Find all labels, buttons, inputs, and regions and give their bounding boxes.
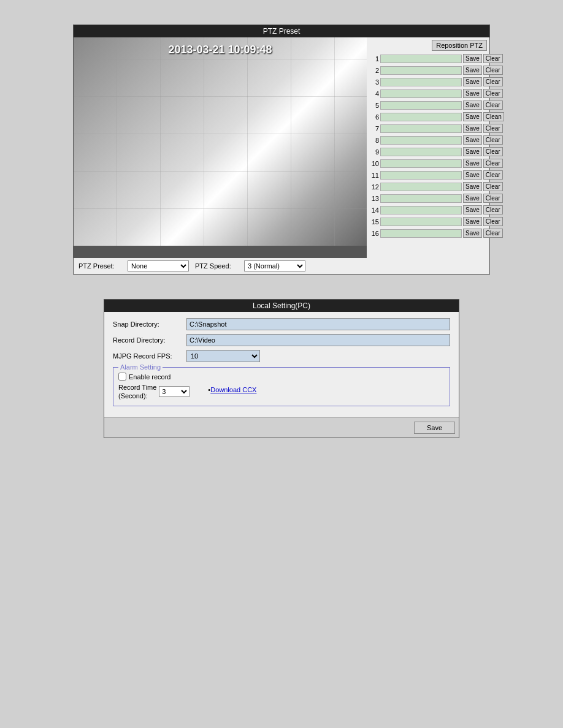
preset-save-13[interactable]: Save (463, 194, 482, 203)
preset-row-12: 12 Save Clear (369, 181, 487, 192)
preset-row-7: 7 Save Clear (369, 123, 487, 134)
preset-row-3: 3 Save Clear (369, 77, 487, 87)
preset-input-10[interactable] (380, 159, 462, 168)
alarm-legend: Alarm Setting (118, 363, 163, 371)
ptz-preset-select[interactable]: None 12345 (128, 260, 189, 271)
snap-dir-label: Snap Directory: (113, 320, 186, 328)
mjpg-fps-select[interactable]: 5 10 15 20 25 30 (186, 350, 260, 362)
preset-save-4[interactable]: Save (463, 89, 482, 98)
preset-clear-15[interactable]: Clear (483, 217, 503, 226)
enable-record-row: Enable record (118, 373, 190, 381)
preset-input-14[interactable] (380, 206, 462, 214)
ptz-bottom-controls: PTZ Preset: None 12345 PTZ Speed: 1 (Slo… (74, 258, 367, 274)
preset-row-10: 10 Save Clear (369, 158, 487, 169)
record-dir-label: Record Directory: (113, 336, 186, 344)
mjpg-label: MJPG Record FPS: (113, 352, 186, 360)
preset-save-5[interactable]: Save (463, 100, 482, 110)
ptz-content: 2013-03-21 10:09:48 PTZ Preset: None 123… (74, 37, 489, 274)
alarm-right: • Download CCX (208, 373, 256, 401)
ptz-video-feed: 2013-03-21 10:09:48 (74, 37, 367, 246)
preset-row-8: 8 Save Clear (369, 135, 487, 145)
record-time-select[interactable]: 1 2 3 5 10 (159, 386, 190, 397)
preset-save-2[interactable]: Save (463, 66, 482, 75)
reposition-ptz-button[interactable]: Reposition PTZ (432, 40, 487, 51)
preset-clear-9[interactable]: Clear (483, 147, 503, 156)
preset-save-10[interactable]: Save (463, 159, 482, 168)
preset-clear-4[interactable]: Clear (483, 89, 503, 98)
local-title: Local Setting(PC) (104, 300, 459, 312)
preset-save-14[interactable]: Save (463, 205, 482, 214)
preset-save-6[interactable]: Save (463, 112, 482, 121)
preset-row-16: 16 Save Clear (369, 228, 487, 238)
preset-input-15[interactable] (380, 218, 462, 226)
preset-row-4: 4 Save Clear (369, 88, 487, 99)
preset-clear-14[interactable]: Clear (483, 205, 503, 214)
preset-row-15: 15 Save Clear (369, 216, 487, 227)
preset-save-12[interactable]: Save (463, 182, 482, 191)
local-footer: Save (104, 417, 459, 438)
preset-clear-10[interactable]: Clear (483, 159, 503, 168)
preset-input-6[interactable] (380, 113, 462, 121)
preset-input-13[interactable] (380, 194, 462, 203)
preset-input-5[interactable] (380, 101, 462, 110)
preset-input-4[interactable] (380, 89, 462, 98)
record-dir-row: Record Directory: (113, 334, 450, 346)
preset-save-3[interactable]: Save (463, 77, 482, 86)
alarm-section: Alarm Setting Enable record Record Time(… (113, 367, 450, 406)
ptz-preset-panel: PTZ Preset 2013-03-21 10:09:48 PTZ Prese… (73, 25, 490, 275)
ptz-right-panel: Reposition PTZ 1 Save Clear 2 Save Clear… (367, 37, 489, 274)
download-ccx-link[interactable]: Download CCX (210, 386, 256, 393)
ptz-preset-label: PTZ Preset: (79, 262, 121, 270)
alarm-left: Enable record Record Time(Second): 1 2 3… (118, 373, 190, 401)
preset-save-16[interactable]: Save (463, 229, 482, 238)
record-time-row: Record Time(Second): 1 2 3 5 10 (118, 383, 190, 401)
local-content: Snap Directory: Record Directory: MJPG R… (104, 312, 459, 417)
preset-save-9[interactable]: Save (463, 147, 482, 156)
ptz-speed-select[interactable]: 1 (Slow) 2 3 (Normal) 4 5 (Fast) (244, 260, 305, 271)
preset-input-7[interactable] (380, 124, 462, 133)
snap-dir-row: Snap Directory: (113, 318, 450, 330)
ptz-video-area: 2013-03-21 10:09:48 (74, 37, 367, 258)
preset-input-1[interactable] (380, 55, 462, 63)
preset-clear-12[interactable]: Clear (483, 182, 503, 191)
record-time-label: Record Time(Second): (118, 383, 156, 401)
preset-clear-2[interactable]: Clear (483, 66, 503, 75)
preset-save-7[interactable]: Save (463, 124, 482, 133)
preset-save-8[interactable]: Save (463, 135, 482, 145)
ptz-title: PTZ Preset (74, 25, 489, 37)
ptz-timestamp: 2013-03-21 10:09:48 (168, 44, 272, 56)
preset-clear-13[interactable]: Clear (483, 194, 503, 203)
record-dir-input[interactable] (186, 334, 450, 346)
preset-save-11[interactable]: Save (463, 170, 482, 180)
preset-row-5: 5 Save Clear (369, 100, 487, 110)
preset-input-12[interactable] (380, 183, 462, 191)
preset-input-16[interactable] (380, 229, 462, 238)
preset-row-11: 11 Save Clear (369, 170, 487, 180)
preset-clear-7[interactable]: Clear (483, 124, 503, 133)
preset-input-8[interactable] (380, 136, 462, 145)
preset-input-3[interactable] (380, 78, 462, 86)
preset-clear-6[interactable]: Clean (483, 112, 504, 121)
local-setting-panel: Local Setting(PC) Snap Directory: Record… (104, 299, 459, 438)
preset-clear-5[interactable]: Clear (483, 100, 503, 110)
preset-clear-1[interactable]: Clear (483, 54, 503, 63)
enable-record-label: Enable record (129, 373, 171, 381)
preset-row-13: 13 Save Clear (369, 193, 487, 203)
preset-row-2: 2 Save Clear (369, 65, 487, 75)
preset-input-2[interactable] (380, 66, 462, 75)
preset-save-1[interactable]: Save (463, 54, 482, 63)
preset-input-11[interactable] (380, 171, 462, 180)
mjpg-row: MJPG Record FPS: 5 10 15 20 25 30 (113, 350, 450, 362)
ptz-speed-label: PTZ Speed: (195, 262, 238, 270)
preset-row-1: 1 Save Clear (369, 53, 487, 64)
preset-save-15[interactable]: Save (463, 217, 482, 226)
preset-clear-8[interactable]: Clear (483, 135, 503, 145)
preset-clear-11[interactable]: Clear (483, 170, 503, 180)
snap-dir-input[interactable] (186, 318, 450, 330)
local-save-button[interactable]: Save (414, 422, 455, 434)
enable-record-checkbox[interactable] (118, 373, 126, 381)
preset-clear-16[interactable]: Clear (483, 229, 503, 238)
preset-clear-3[interactable]: Clear (483, 77, 503, 86)
preset-input-9[interactable] (380, 148, 462, 156)
preset-row-9: 9 Save Clear (369, 146, 487, 157)
